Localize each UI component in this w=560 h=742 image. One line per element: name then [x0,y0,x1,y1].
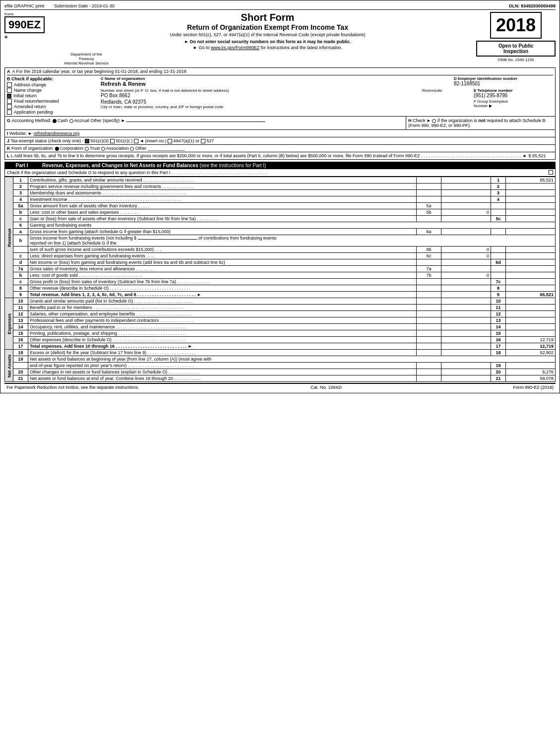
k-other-radio [130,147,134,151]
line-4-subval [441,196,491,203]
table-row: 7a Gross sales of inventory, less return… [5,266,556,272]
table-row: 16 Other expenses (describe in Schedule … [5,337,556,343]
i-text: Website: ► [9,131,32,136]
line-7c-mainnum: 7c [491,279,506,285]
tax-year: 2018 [490,12,542,39]
other-field [126,122,265,122]
line-4-mainval [506,196,556,203]
line-20-mainnum: 20 [491,369,506,375]
final-return-label: Final return/terminated [14,99,59,104]
short-form-title: Short Form [64,12,471,23]
table-row: d Net income or (loss) from gaming and f… [5,259,556,266]
table-row: 11 Benefits paid to or for members . . .… [5,305,556,311]
main-header: Form 990EZ 🏛 Short Form Return of Organi… [4,12,556,65]
section-l: L L Add lines 5b, 6c, and 7b to line 9 t… [4,152,556,160]
line-2-desc: Program service revenue including govern… [28,184,417,190]
line-13-mainnum: 13 [491,317,506,324]
table-row: 3 Membership dues and assessments . . . … [5,190,556,196]
line-12-subline [417,311,441,317]
line-7b-desc: Less: cost of goods sold . . . . . . . .… [28,272,417,279]
j-insert-label: ◄ (insert no.) [139,138,168,143]
line-6a-desc: Gross income from gaming (attach Schedul… [28,229,417,235]
line-16-desc: Other expenses (describe in Schedule O) … [28,337,417,343]
table-row: 21 Net assets or fund balances at end of… [5,375,556,382]
line-7a-desc: Gross sales of inventory, less returns a… [28,266,417,272]
line-5b-mainval [506,209,556,216]
line-18-subline [417,350,441,356]
accrual-label: Accrual [74,118,89,123]
do-not-enter-text: ► Do not enter social security numbers o… [64,39,471,44]
line-num-5a: 5a [13,203,28,209]
line-19b-subval [441,363,491,369]
page-footer: For Paperwork Reduction Act Notice, see … [4,383,556,391]
line-2-subval [441,184,491,190]
line-17-mainnum: 17 [491,343,506,350]
line-12-subval [441,311,491,317]
line-num-8: 8 [13,285,28,292]
line-num-1: 1 [13,177,28,184]
line-6c-subline: 6c [417,253,441,259]
table-row: c Gross profit or (loss) from sales of i… [5,279,556,285]
line-num-20: 20 [13,369,28,375]
line-14-subval [441,324,491,330]
table-row: Net Assets 18 Excess or (deficit) for th… [5,350,556,356]
line-num-6b2 [13,247,28,253]
line-2-mainnum: 2 [491,184,506,190]
l-text: L Add lines 5b, 6c, and 7b to line 9 to … [11,153,420,158]
table-row: end-of-year figure reported on prior yea… [5,363,556,369]
l-dots: . . . . . . . . . . . . . . . . . . . . … [421,153,523,158]
line-num-3: 3 [13,190,28,196]
line-4-subline [417,196,441,203]
initial-return-label: Initial return [13,93,37,98]
line-8-desc: Other revenue (describe in Schedule O) .… [28,285,417,292]
cash-radio [53,119,57,123]
line-7b-mainval [506,272,556,279]
line-5c-mainnum: 5c [491,216,506,222]
room-label: Room/suite [422,88,472,93]
line-12-mainnum: 12 [491,311,506,317]
line-6b2-mainnum [491,247,506,253]
line-21-desc: Net assets or fund balances at end of ye… [28,375,417,382]
table-row: 2 Program service revenue including gove… [5,184,556,190]
org-name-block: C Name of organization Refresh & Renew [101,76,450,87]
l-label: L [7,153,11,158]
part-i-container: Part I Revenue, Expenses, and Changes in… [4,162,556,169]
k-text: Form of organization: [11,146,55,151]
line-7a-subline: 7a [417,266,441,272]
initial-return-box [7,94,11,98]
dept-info: Department of the Treasury Internal Reve… [64,52,471,65]
amended-return-label: Amended return [14,104,46,109]
table-row: 17 Total expenses. Add lines 10 through … [5,343,556,350]
line-7c-mainval [506,279,556,285]
line-2-subline [417,184,441,190]
line-19a-desc: Net assets or fund balances at beginning… [28,356,556,363]
g-label: G [7,118,12,123]
line-16-mainval: 12,719 [506,337,556,343]
line-3-mainnum: 3 [491,190,506,196]
org-ein-row: C Name of organization Refresh & Renew D… [101,76,553,87]
irs-icon: 🏛 [4,35,59,39]
phone-label: E Telephone number [474,88,553,93]
table-row: 13 Professional fees and other payments … [5,317,556,324]
j-527-label: 527 [206,138,214,143]
line-num-9: 9 [13,292,28,298]
phone-block: E Telephone number (951) 295-8795 [474,88,553,98]
line-6d-mainval [506,259,556,266]
line-13-subval [441,317,491,324]
line-6b-desc: Gross income from fundraising events (no… [28,235,556,247]
line-6c-mainval [506,253,556,259]
line-6b2-subline: 6b [417,247,441,253]
line-12-mainval [506,311,556,317]
form-990ez-number: 990EZ [8,18,41,31]
go-to-text: ► Go to www.irs.gov/Form990EZ for instru… [64,45,471,50]
city-row: Redlands, CA 92375 City or town, state o… [101,99,553,109]
line-17-mainval: 12,719 [506,343,556,350]
year-line-row: A A For the 2018 calendar year, or tax y… [7,69,553,75]
table-row: c Less: direct expenses from gaming and … [5,253,556,259]
line-num-5b: b [13,209,28,216]
line-4-desc: Investment income . . . . . . . . . . . … [28,196,417,203]
line-21-subline [417,375,441,382]
k-trust-radio [85,147,89,151]
line-21-mainval: 59,078 [506,375,556,382]
check-amended-return: Amended return [7,104,99,109]
